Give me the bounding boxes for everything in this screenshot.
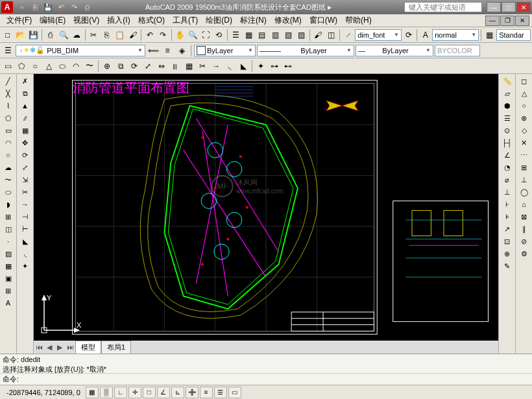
preview-icon[interactable]: 🔍 [58,29,70,42]
join-icon[interactable]: ⊶ [268,60,281,73]
zoom-prev-icon[interactable]: ⟲ [213,29,225,42]
qp-toggle[interactable]: ☰ [214,387,227,398]
ortho-toggle[interactable]: ∟ [114,387,127,398]
menu-tools[interactable]: 工具(T) [169,14,202,27]
break2-icon[interactable]: ⊣ [18,211,32,223]
xline-icon[interactable]: ╳ [1,88,16,99]
rotate2-icon[interactable]: ⟳ [18,149,32,161]
dyn-toggle[interactable]: ➕ [186,387,199,398]
arc-icon[interactable]: ◠ [69,60,82,73]
line-icon[interactable]: ╱ [1,75,16,87]
move2-icon[interactable]: ✥ [18,137,32,149]
spline-icon-2[interactable]: 〜 [1,174,16,186]
color-dropdown[interactable]: ByLayer▼ [194,45,256,56]
layer-mgr-icon[interactable]: ☰ [1,44,14,57]
offset2-icon[interactable]: ⫽ [18,112,32,124]
osnap-node-icon[interactable]: ⊗ [517,112,531,124]
qat-save-icon[interactable]: 💾 [42,2,54,12]
maximize-button[interactable]: □ [502,2,516,12]
chamfer-icon[interactable]: ◣ [237,60,250,73]
cen-icon[interactable]: ⊕ [500,248,514,260]
table-icon[interactable]: ⊞ [1,285,16,296]
doc-restore-button[interactable]: ❐ [500,16,514,26]
snap-toggle[interactable]: ▦ [86,387,99,398]
chamfer2-icon[interactable]: ◣ [18,236,32,247]
dc-icon[interactable]: ▦ [243,29,255,42]
array-icon[interactable]: ▦ [182,60,195,73]
text-style-dropdown[interactable]: normal▼ [432,29,479,41]
model-toggle[interactable]: ▭ [228,387,241,398]
fillet-icon[interactable]: ◟ [223,60,236,73]
stretch-icon[interactable]: ⇲ [18,174,32,186]
dim-ang-icon[interactable]: ∠ [500,149,514,161]
mirror-icon[interactable]: ⇔ [155,60,168,73]
paint-icon[interactable]: 🖌 [312,29,324,42]
osnap-ins-icon[interactable]: ⊞ [517,162,531,173]
linetype-dropdown[interactable]: ———ByLayer▼ [257,45,354,56]
tab-model[interactable]: 模型 [75,341,101,354]
menu-view[interactable]: 视图(V) [69,14,103,27]
layer-dropdown[interactable]: ♀☀❄🔓PUB_DIM▼ [16,45,145,56]
scale2-icon[interactable]: ⤢ [18,162,32,173]
pline-icon[interactable]: ⌇ [1,100,16,112]
block-icon-2[interactable]: ◫ [1,223,16,235]
block-icon[interactable]: ◫ [325,29,337,42]
qat-undo-icon[interactable]: ↶ [55,2,67,12]
qat-new-icon[interactable]: ▫ [16,2,28,12]
zoom-rt-icon[interactable]: 🔍 [187,29,199,42]
command-line[interactable]: 命令: [0,373,532,385]
menu-insert[interactable]: 插入(I) [103,14,134,27]
open-icon[interactable]: 📂 [14,29,27,42]
ellipse-icon[interactable]: ⬭ [56,60,69,73]
id-icon[interactable]: ⊙ [500,125,514,136]
text-style-icon[interactable]: A [419,29,431,42]
menu-modify[interactable]: 修改(M) [271,14,306,27]
ssm-icon[interactable]: ▥ [269,29,281,42]
dist-icon[interactable]: 📏 [500,75,514,87]
polar-toggle[interactable]: ✛ [128,387,141,398]
menu-window[interactable]: 窗口(W) [306,14,341,27]
table-style-dropdown[interactable]: Standar [496,29,531,41]
move-icon[interactable]: ⊕ [101,60,114,73]
dim-rad-icon[interactable]: ◔ [500,162,514,173]
trim-icon[interactable]: ✂ [196,60,209,73]
mirror2-icon[interactable]: ▲ [18,100,32,112]
qat-redo-icon[interactable]: ↷ [68,2,80,12]
leader-icon[interactable]: ↗ [500,223,514,235]
osnap-none-icon[interactable]: ⊘ [517,236,531,247]
fillet2-icon[interactable]: ◟ [18,248,32,260]
erase-icon[interactable]: ✗ [18,75,32,87]
layer-iso-icon[interactable]: ◈ [175,44,188,57]
publish-icon[interactable]: ☁ [71,29,83,42]
doc-minimize-button[interactable]: — [485,16,500,26]
circle-icon-2[interactable]: ○ [1,149,16,161]
offset-icon[interactable]: ⫼ [169,60,182,73]
tab-first-icon[interactable]: ⏮ [34,342,44,352]
arc-icon-2[interactable]: ◠ [1,137,16,149]
osnap-par-icon[interactable]: ∥ [517,223,531,235]
menu-dim[interactable]: 标注(N) [236,14,271,27]
array2-icon[interactable]: ▦ [18,125,32,136]
area-icon[interactable]: ▱ [500,88,514,99]
tp-icon[interactable]: ▤ [256,29,268,42]
region-icon[interactable]: ▣ [1,272,16,284]
osnap-ext-icon[interactable]: ⋯ [517,149,531,161]
dim-ord-icon[interactable]: ⊥ [500,186,514,198]
rotate-icon[interactable]: ⟳ [128,60,141,73]
tab-layout1[interactable]: 布局1 [101,341,131,354]
dim-cont-icon[interactable]: ⊦ [500,199,514,210]
tol-icon[interactable]: ⊡ [500,236,514,247]
pan-icon[interactable]: ✋ [174,29,186,42]
poly-icon[interactable]: ⬠ [15,60,28,73]
qat-print-icon[interactable]: ⎙ [81,2,93,12]
menu-edit[interactable]: 编辑(E) [36,14,69,27]
props-icon[interactable]: ☰ [230,29,242,42]
extend2-icon[interactable]: → [18,199,32,210]
osnap-cen-icon[interactable]: ○ [517,100,531,112]
explode-icon[interactable]: ✦ [254,60,267,73]
dim-aligned-icon[interactable]: ⟋ [342,29,354,42]
calc-icon[interactable]: ▨ [295,29,308,42]
osnap-mid-icon[interactable]: △ [517,88,531,99]
tab-last-icon[interactable]: ⏭ [65,342,75,352]
grid-toggle[interactable]: ▒ [100,387,113,398]
